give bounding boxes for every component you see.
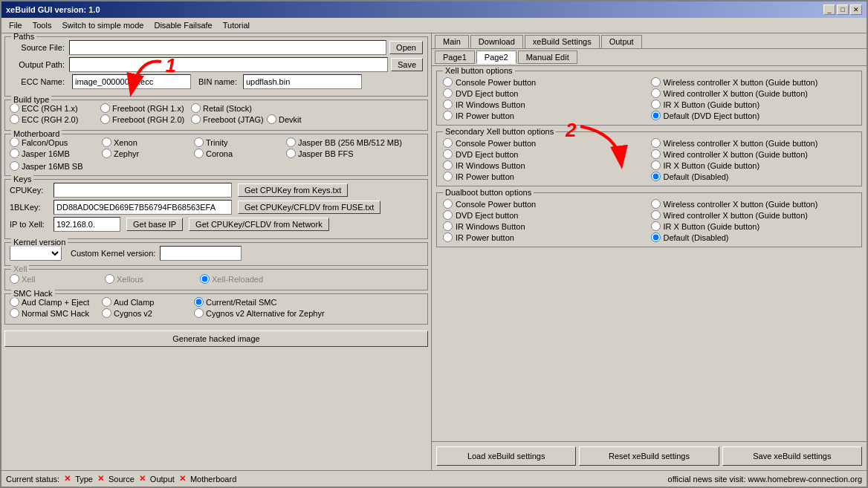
sec-opt-default-disabled[interactable]: Default (Disabled) (651, 172, 856, 181)
smc-aud-clamp-eject-label[interactable]: Aud Clamp + Eject (10, 297, 99, 307)
xell-opt-wired[interactable]: Wired controller X button (Guide button) (651, 88, 856, 98)
mb-corona-radio[interactable] (194, 149, 204, 158)
xell-opt-ir-windows[interactable]: IR Windows Button (443, 100, 648, 109)
build-jtag-label[interactable]: Freeboot (JTAG) (191, 114, 265, 124)
sec-opt-dvd-eject-radio[interactable] (443, 149, 453, 159)
mb-zephyr-label[interactable]: Zephyr (102, 149, 191, 158)
tab-main[interactable]: Main (435, 35, 469, 48)
build-ecc1-radio[interactable] (10, 103, 19, 113)
bin-name-input[interactable] (243, 74, 362, 89)
xell-opt-ir-x-radio[interactable] (651, 100, 661, 109)
sec-opt-ir-power-radio[interactable] (443, 172, 453, 181)
build-freeboot1-radio[interactable] (100, 103, 110, 113)
xell-opt-ir-power-radio[interactable] (443, 111, 453, 120)
smc-current-label[interactable]: Current/Retail SMC (194, 297, 283, 307)
dual-opt-ir-windows-radio[interactable] (443, 221, 453, 231)
build-ecc2-radio[interactable] (10, 114, 19, 124)
smc-cygnos2-alt-radio[interactable] (194, 308, 204, 318)
dual-opt-default-disabled[interactable]: Default (Disabled) (651, 232, 856, 242)
sec-opt-console-power-radio[interactable] (443, 138, 453, 148)
tab-download[interactable]: Download (470, 35, 523, 48)
xell-opt-wireless[interactable]: Wireless controller X button (Guide butt… (651, 77, 856, 87)
dual-opt-ir-power-radio[interactable] (443, 232, 453, 242)
menu-tools[interactable]: Tools (28, 19, 56, 31)
dual-opt-wireless-radio[interactable] (651, 199, 661, 209)
get-base-ip-btn[interactable]: Get base IP (126, 218, 183, 231)
sec-opt-console-power[interactable]: Console Power button (443, 138, 648, 148)
mb-jasperffs-label[interactable]: Jasper BB FFS (286, 149, 375, 158)
menu-file[interactable]: File (4, 19, 27, 31)
mb-falcon-radio[interactable] (10, 137, 19, 147)
generate-btn[interactable]: Generate hacked image (4, 331, 428, 347)
build-devkit-label[interactable]: Devkit (267, 114, 356, 124)
dual-opt-console-power[interactable]: Console Power button (443, 199, 648, 209)
sec-opt-default-disabled-radio[interactable] (651, 172, 661, 181)
mb-jasperbb-label[interactable]: Jasper BB (256 MB/512 MB) (286, 137, 405, 147)
maximize-button[interactable]: □ (837, 4, 849, 15)
mb-corona-label[interactable]: Corona (194, 149, 283, 158)
mb-xenon-label[interactable]: Xenon (102, 137, 191, 147)
smc-current-radio[interactable] (194, 297, 204, 307)
menu-simple-mode[interactable]: Switch to simple mode (57, 19, 148, 31)
xell-opt-ir-windows-radio[interactable] (443, 100, 453, 109)
smc-normal-label[interactable]: Normal SMC Hack (10, 308, 99, 318)
subtab-manual-edit[interactable]: Manual Edit (518, 51, 577, 64)
subtab-page1[interactable]: Page1 (435, 51, 475, 64)
reset-settings-btn[interactable]: Reset xeBuild settings (579, 446, 719, 466)
mb-jasperbb-radio[interactable] (286, 137, 296, 147)
sec-opt-ir-windows-radio[interactable] (443, 160, 453, 170)
smc-cygnos2-radio[interactable] (102, 308, 111, 318)
close-button[interactable]: ✕ (850, 4, 862, 15)
oneblkey-input[interactable] (54, 200, 232, 215)
mb-trinity-radio[interactable] (194, 137, 204, 147)
build-jtag-radio[interactable] (191, 114, 201, 124)
menu-tutorial[interactable]: Tutorial (218, 19, 254, 31)
dual-opt-console-power-radio[interactable] (443, 199, 453, 209)
dual-opt-wired-radio[interactable] (651, 210, 661, 220)
mb-jasper16sb-radio[interactable] (10, 161, 19, 171)
mb-jasper16-label[interactable]: Jasper 16MB (10, 149, 99, 158)
sec-opt-ir-windows[interactable]: IR Windows Button (443, 160, 648, 170)
kernel-select[interactable] (10, 246, 62, 261)
dual-opt-ir-x-radio[interactable] (651, 221, 661, 231)
smc-cygnos2-label[interactable]: Cygnos v2 (102, 308, 191, 318)
build-freeboot2-radio[interactable] (100, 114, 110, 124)
cpukey-input[interactable] (54, 183, 232, 198)
xell-reloaded-label[interactable]: Xell-Reloaded (200, 274, 289, 284)
open-button[interactable]: Open (389, 41, 423, 54)
get-network-btn[interactable]: Get CPUKey/CFLDV from Network (189, 218, 329, 231)
xell-opt-wired-radio[interactable] (651, 88, 661, 98)
xell-opt-dvd-eject-radio[interactable] (443, 88, 453, 98)
smc-cygnos2-alt-label[interactable]: Cygnos v2 Alternative for Zephyr (194, 308, 343, 318)
tab-output[interactable]: Output (601, 35, 642, 48)
sec-opt-ir-power[interactable]: IR Power button (443, 172, 648, 181)
custom-kernel-input[interactable] (160, 246, 242, 261)
xell-xellous-label[interactable]: Xellous (105, 274, 194, 284)
smc-aud-clamp-eject-radio[interactable] (10, 297, 19, 307)
dual-opt-wireless[interactable]: Wireless controller X button (Guide butt… (651, 199, 856, 209)
xell-xellous-radio[interactable] (105, 274, 114, 284)
xell-opt-ir-x[interactable]: IR X Button (Guide button) (651, 100, 856, 109)
xell-opt-default-dvd[interactable]: Default (DVD Eject button) (651, 111, 856, 120)
sec-opt-wired-radio[interactable] (651, 149, 661, 159)
xell-opt-console-power[interactable]: Console Power button (443, 77, 648, 87)
mb-zephyr-radio[interactable] (102, 149, 111, 158)
build-freeboot1-label[interactable]: Freeboot (RGH 1.x) (100, 103, 190, 113)
tab-xebuild-settings[interactable]: xeBuild Settings (525, 35, 600, 48)
dual-opt-ir-windows[interactable]: IR Windows Button (443, 221, 648, 231)
get-cfldv-fuse-btn[interactable]: Get CPUKey/CFLDV from FUSE.txt (238, 201, 380, 214)
dual-opt-dvd-eject[interactable]: DVD Eject button (443, 210, 648, 220)
dual-opt-dvd-eject-radio[interactable] (443, 210, 453, 220)
save-settings-btn[interactable]: Save xeBuild settings (722, 446, 862, 466)
load-settings-btn[interactable]: Load xeBuild settings (436, 446, 576, 466)
build-ecc2-label[interactable]: ECC (RGH 2.0) (10, 114, 99, 124)
mb-trinity-label[interactable]: Trinity (194, 137, 283, 147)
mb-jasper16sb-label[interactable]: Jasper 16MB SB (10, 161, 99, 171)
build-devkit-radio[interactable] (267, 114, 276, 124)
xell-reloaded-radio[interactable] (200, 274, 210, 284)
minimize-button[interactable]: _ (823, 4, 835, 15)
build-freeboot2-label[interactable]: Freeboot (RGH 2.0) (100, 114, 190, 124)
smc-normal-radio[interactable] (10, 308, 19, 318)
sec-opt-dvd-eject[interactable]: DVD Eject button (443, 149, 648, 159)
build-retail-radio[interactable] (191, 103, 201, 113)
